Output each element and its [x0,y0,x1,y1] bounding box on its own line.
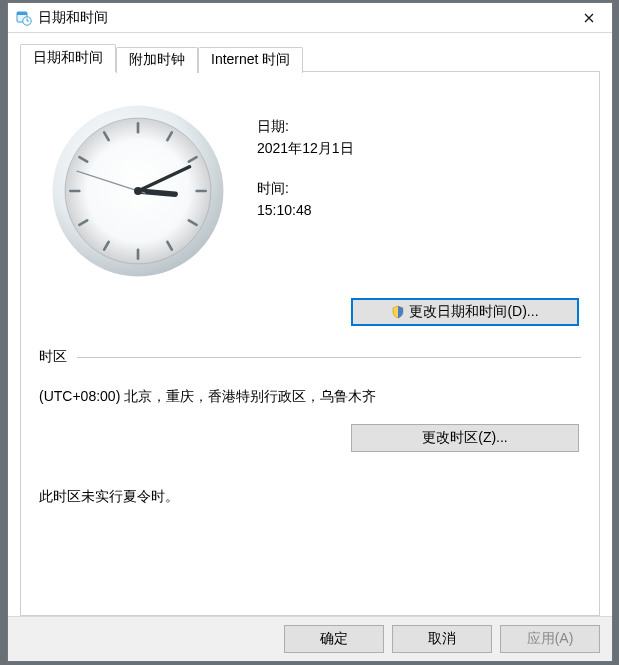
ok-button[interactable]: 确定 [284,625,384,653]
change-timezone-label: 更改时区(Z)... [422,429,508,447]
time-label: 时间: [257,180,581,198]
time-value: 15:10:48 [257,202,581,218]
calendar-clock-icon [16,10,32,26]
tabstrip: 日期和时间 附加时钟 Internet 时间 [20,43,600,71]
window-title: 日期和时间 [38,9,566,27]
footer: 确定 取消 应用(A) [8,616,612,661]
change-date-time-label: 更改日期和时间(D)... [409,303,538,321]
tab-additional-clocks[interactable]: 附加时钟 [116,47,198,73]
cancel-label: 取消 [428,630,456,648]
date-time-info: 日期: 2021年12月1日 时间: 15:10:48 [257,92,581,280]
dst-note: 此时区未实行夏令时。 [39,488,581,506]
dialog-body: 日期和时间 附加时钟 Internet 时间 [8,33,612,616]
date-value: 2021年12月1日 [257,140,581,158]
analog-clock [49,102,227,280]
close-icon [584,10,594,26]
change-timezone-button[interactable]: 更改时区(Z)... [351,424,579,452]
tab-internet-time[interactable]: Internet 时间 [198,47,303,73]
shield-icon [391,305,405,319]
tab-label: 附加时钟 [129,51,185,67]
change-timezone-row: 更改时区(Z)... [39,424,581,452]
timezone-section-label: 时区 [39,348,67,366]
change-datetime-row: 更改日期和时间(D)... [39,298,581,326]
svg-point-23 [134,187,142,195]
change-date-time-button[interactable]: 更改日期和时间(D)... [351,298,579,326]
date-label: 日期: [257,118,581,136]
tab-date-time[interactable]: 日期和时间 [20,44,116,72]
timezone-header: 时区 [39,348,581,366]
divider [77,357,581,358]
ok-label: 确定 [320,630,348,648]
upper-section: 日期: 2021年12月1日 时间: 15:10:48 [39,92,581,280]
svg-rect-1 [17,12,27,15]
date-time-window: 日期和时间 日期和时间 附加时钟 Internet 时间 [7,2,613,662]
close-button[interactable] [566,3,612,33]
titlebar: 日期和时间 [8,3,612,33]
timezone-value: (UTC+08:00) 北京，重庆，香港特别行政区，乌鲁木齐 [39,388,581,406]
apply-button[interactable]: 应用(A) [500,625,600,653]
tab-panel-date-time: 日期: 2021年12月1日 时间: 15:10:48 更改日期和时间(D)..… [20,71,600,616]
tab-label: Internet 时间 [211,51,290,67]
tab-label: 日期和时间 [33,49,103,65]
cancel-button[interactable]: 取消 [392,625,492,653]
apply-label: 应用(A) [527,630,574,648]
